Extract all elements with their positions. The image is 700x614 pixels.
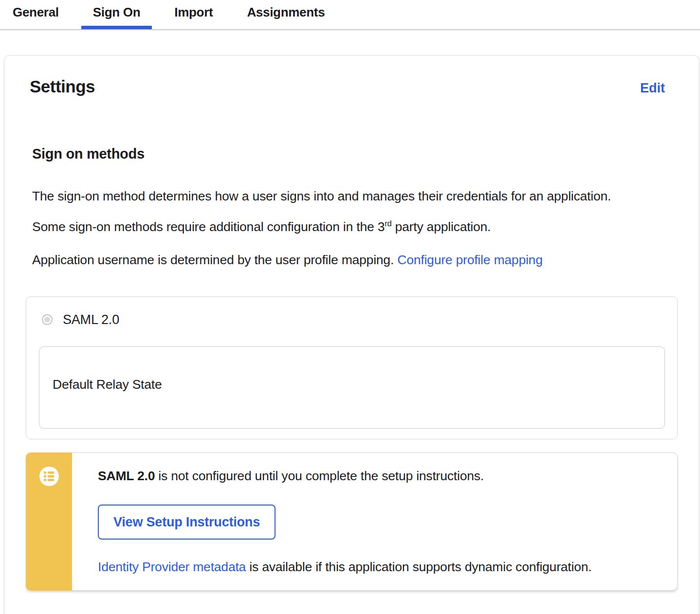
- configure-profile-mapping-link[interactable]: Configure profile mapping: [397, 253, 542, 267]
- tab-assignments[interactable]: Assignments: [235, 0, 336, 29]
- view-setup-instructions-button[interactable]: View Setup Instructions: [98, 505, 276, 540]
- saml-radio-dot: [44, 317, 50, 323]
- saml-radio-button[interactable]: [42, 314, 53, 325]
- settings-card: Settings Edit Sign on methods The sign-o…: [4, 55, 700, 614]
- callout-message-method: SAML 2.0: [98, 469, 155, 483]
- idp-metadata-text: is available if this application support…: [246, 560, 591, 574]
- saml-radio-row: SAML 2.0: [26, 297, 677, 327]
- callout-message: SAML 2.0 is not configured until you com…: [98, 468, 677, 484]
- application-username-note: Application username is determined by th…: [32, 246, 632, 273]
- application-username-text: Application username is determined by th…: [32, 253, 397, 267]
- settings-title: Settings: [30, 77, 95, 96]
- setup-instructions-list-icon: [39, 467, 59, 486]
- edit-link[interactable]: Edit: [640, 81, 665, 96]
- sign-on-methods-section: Sign on methods The sign-on method deter…: [4, 146, 699, 591]
- identity-provider-metadata-link[interactable]: Identity Provider metadata: [98, 560, 246, 574]
- saml-method-box: SAML 2.0 Default Relay State: [26, 296, 678, 439]
- settings-card-header: Settings Edit: [4, 55, 699, 96]
- sign-on-description-text: The sign-on method determines how a user…: [32, 189, 611, 234]
- tab-sign-on[interactable]: Sign On: [81, 0, 152, 29]
- sign-on-description: The sign-on method determines how a user…: [32, 182, 632, 240]
- sign-on-description-tail: party application.: [391, 219, 491, 234]
- tab-import[interactable]: Import: [163, 0, 224, 29]
- ordinal-superscript: rd: [385, 219, 391, 228]
- idp-metadata-note: Identity Provider metadata is available …: [98, 560, 677, 575]
- sign-on-methods-heading: Sign on methods: [32, 146, 678, 162]
- callout-message-text: is not configured until you complete the…: [155, 469, 484, 483]
- default-relay-state-field: Default Relay State: [39, 346, 665, 429]
- saml-setup-callout: SAML 2.0 is not configured until you com…: [26, 452, 678, 591]
- tab-general[interactable]: General: [1, 0, 71, 29]
- saml-radio-label: SAML 2.0: [63, 312, 119, 327]
- callout-content: SAML 2.0 is not configured until you com…: [72, 452, 678, 591]
- default-relay-state-label: Default Relay State: [53, 377, 162, 392]
- app-tab-bar: General Sign On Import Assignments: [0, 0, 700, 30]
- callout-accent-strip: [26, 452, 72, 591]
